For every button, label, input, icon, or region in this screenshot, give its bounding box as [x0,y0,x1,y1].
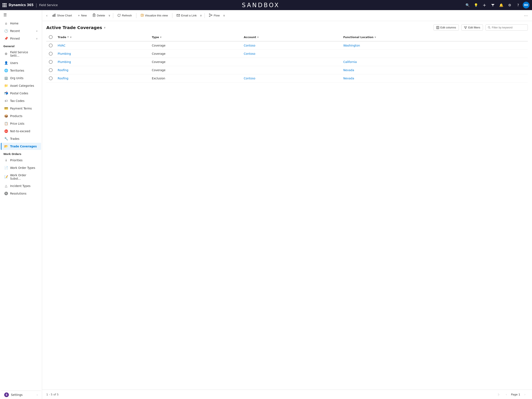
cell-functional-location: Nevada [341,74,528,83]
page-title: Active Trade Coverages [46,25,102,30]
more-options-button[interactable]: ⋯ [522,12,530,19]
sidebar-item-products[interactable]: 📦 Products [1,112,41,120]
data-table: Trade ↑ ∨ Type ∨ [46,33,528,83]
cell-type: Exclusion [149,74,241,83]
row-checkbox[interactable] [49,44,53,47]
functional-location-link[interactable]: Washington [343,44,360,47]
flow-button[interactable]: Flow [206,12,222,19]
col-header-functional-location[interactable]: Functional Location ∨ [341,33,528,41]
products-icon: 📦 [4,114,8,118]
sidebar-payterms-label: Payment Terms [10,107,32,110]
row-checkbox[interactable] [49,60,53,64]
sidebar-item-asset-categories[interactable]: 📁 Asset Categories [1,82,41,89]
advanced-find-icon[interactable] [489,1,497,9]
cell-account: Contoso [241,41,341,50]
sidebar-item-work-order-subst[interactable]: 📝 Work Order Subst... [1,172,41,182]
sidebar-item-field-service-settings[interactable]: ⚙ Field Service Setti... [1,49,41,59]
edit-columns-label: Edit columns [440,26,456,29]
sidebar-item-incident-types[interactable]: △ Incident Types [1,182,41,189]
module-name[interactable]: Field Service [39,3,58,7]
visualize-button[interactable]: Visualize this view [138,13,171,19]
create-button[interactable]: + [481,1,488,9]
sidebar-item-priorities[interactable]: ↓ Priorities [1,157,41,164]
show-chart-label: Show Chart [57,14,72,17]
notifications-icon[interactable]: 🔔 [497,1,505,9]
sidebar-item-recent[interactable]: 🕐 Recent ∨ [1,27,41,34]
trade-link[interactable]: Roofing [58,68,68,72]
app-name[interactable]: Dynamics 365 [9,3,33,7]
functional-location-link[interactable]: California [343,60,357,64]
help-icon[interactable]: ? [514,1,522,9]
new-button-group: + New [75,13,89,19]
col-header-trade[interactable]: Trade ↑ ∨ [55,33,149,41]
search-icon[interactable]: 🔍 [464,1,471,9]
functional-location-link[interactable]: Nevada [343,77,354,80]
back-button[interactable]: ‹ [45,13,49,19]
sidebar-item-settings[interactable]: S Settings › [1,391,41,399]
filter-keyword-input[interactable] [492,26,526,29]
prev-page-button[interactable]: ‹ [503,392,509,397]
sidebar-item-tax-codes[interactable]: 🏷 Tax Codes [1,97,41,104]
waffle-menu[interactable] [2,3,6,7]
flow-dropdown[interactable]: ∨ [222,13,226,18]
sidebar-item-users[interactable]: 👤 Users [1,59,41,66]
sidebar-settings-label: Settings [11,393,23,397]
cell-account: Contoso [241,50,341,58]
new-button[interactable]: + New [75,13,89,19]
trade-link[interactable]: Plumbing [58,60,71,64]
sidebar-item-price-lists[interactable]: 📋 Price Lists [1,120,41,127]
lightbulb-icon[interactable]: 💡 [472,1,480,9]
sidebar-item-postal-codes[interactable]: 📬 Postal Codes [1,90,41,97]
table-row: PlumbingCoverageContoso [46,50,528,58]
edit-filters-button[interactable]: Edit filters [461,24,483,31]
delete-dropdown[interactable]: ∨ [108,13,111,18]
sidebar-item-work-order-types[interactable]: 📄 Work Order Types [1,164,41,171]
row-checkbox[interactable] [49,68,53,72]
asset-categories-icon: 📁 [4,84,8,88]
view-title-chevron[interactable]: ∨ [104,26,106,29]
svg-point-10 [209,16,210,17]
sidebar-item-resolutions[interactable]: 🔘 Resolutions [1,190,41,197]
trade-link[interactable]: Roofing [58,77,68,80]
settings-icon[interactable]: ⚙ [506,1,513,9]
account-link[interactable]: Contoso [244,52,255,55]
row-checkbox[interactable] [49,52,53,56]
sidebar-item-territories[interactable]: 🌐 Territories [1,67,41,74]
col-header-type[interactable]: Type ∨ [149,33,241,41]
sidebar-products-label: Products [10,114,22,118]
delete-button[interactable]: Delete [90,12,108,19]
sidebar-item-trade-coverages[interactable]: 📂 Trade Coverages [1,143,41,150]
functional-location-link[interactable]: Nevada [343,68,354,72]
delete-label: Delete [97,14,105,17]
row-checkbox[interactable] [49,77,53,80]
sidebar-item-org-units[interactable]: 🏢 Org Units [1,75,41,82]
sidebar-item-home[interactable]: ⌂ Home [1,20,41,27]
sidebar-recent-label: Recent [10,29,20,33]
view-header: Active Trade Coverages ∨ Edit columns Ed… [42,21,532,33]
show-chart-button[interactable]: Show Chart [50,12,75,19]
main-layout: ☰ ⌂ Home 🕐 Recent ∨ 📌 Pinned ∨ General ⚙… [0,10,532,399]
select-all-header[interactable] [46,33,55,41]
hamburger-menu[interactable]: ☰ [0,10,42,19]
sidebar-item-trades[interactable]: 🔧 Trades [1,135,41,142]
refresh-button[interactable]: Refresh [115,13,134,19]
trade-link[interactable]: Plumbing [58,52,71,55]
account-link[interactable]: Contoso [244,44,255,47]
email-link-button[interactable]: Email a Link [174,13,199,19]
email-dropdown[interactable]: ∨ [199,13,203,18]
trade-link[interactable]: HVAC [58,44,65,47]
avatar[interactable]: BD [523,2,530,8]
top-navigation: Dynamics 365 | Field Service SANDBOX 🔍 💡… [0,0,532,10]
sidebar-item-pinned[interactable]: 📌 Pinned ∨ [1,35,41,42]
account-link[interactable]: Contoso [244,77,255,80]
table-body: HVACCoverageContosoWashingtonPlumbingCov… [46,41,528,83]
edit-columns-button[interactable]: Edit columns [433,24,459,31]
sidebar-item-payment-terms[interactable]: 💳 Payment Terms [1,105,41,112]
first-page-button[interactable]: |‹ [496,392,502,397]
col-header-account[interactable]: Account ∨ [241,33,341,41]
general-section-header: General [0,42,42,49]
next-page-button[interactable]: › [522,392,528,397]
select-all-checkbox[interactable] [49,35,53,39]
sidebar-item-not-to-exceed[interactable]: ⛔ Not-to-exceed [1,128,41,135]
toolbar-sep-2 [136,13,136,18]
